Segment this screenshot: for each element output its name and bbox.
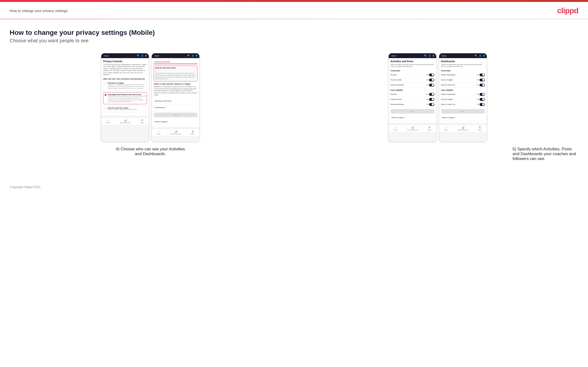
perf-icon-3: 📊 <box>411 126 414 129</box>
nav-home-1[interactable]: ⌂ Home <box>106 119 110 124</box>
arrow-icon-2: › <box>196 106 197 108</box>
home-icon-1: ⌂ <box>107 119 109 122</box>
main-content: How to change your privacy settings (Mob… <box>0 19 588 178</box>
save-button-3[interactable]: Save <box>390 109 434 114</box>
player-dashboard-followers-toggle[interactable] <box>480 93 485 96</box>
nav-menu-label-2: Menu <box>191 133 195 135</box>
who-can-see-label: Who Can See Your Activities and Dashboar… <box>103 78 147 80</box>
search-icon-2[interactable]: 🔍 <box>187 55 190 57</box>
person-icon-3[interactable]: 👤 <box>428 55 431 57</box>
nav-menu-4[interactable]: ☰ Menu <box>478 126 482 131</box>
nav-menu-3[interactable]: ☰ Menu <box>428 126 431 131</box>
what-to-work-coaches-label: What To Work On <box>441 84 455 86</box>
help-support-2[interactable]: Help & Support <box>154 119 198 125</box>
practice-followers-label: Practice Drills <box>390 98 402 100</box>
page-subheading: Choose what you want people to see <box>10 38 578 43</box>
nav-perf-1[interactable]: 📊 My Performance <box>120 119 130 124</box>
player-dashboard-coaches-toggle[interactable] <box>480 74 485 76</box>
nav-home-label-2: Home <box>157 133 161 135</box>
save-button-2[interactable]: Save <box>154 113 198 117</box>
manual-followers-toggle[interactable] <box>429 103 434 106</box>
nav-home-3[interactable]: ⌂ Home <box>393 126 397 131</box>
phone-4-back[interactable]: ‹ Back <box>441 55 447 57</box>
radio-everyone[interactable] <box>105 82 106 84</box>
privacy-tab[interactable]: Privacy Controls <box>154 60 171 64</box>
settings-icon-4[interactable]: ⚙ <box>483 55 485 57</box>
person-icon-2[interactable]: 👤 <box>191 55 194 57</box>
settings-icon[interactable]: ⚙ <box>145 55 147 57</box>
header-title: How to change your privacy settings <box>10 9 68 13</box>
radio-you-coach[interactable] <box>105 107 106 109</box>
nav-home-label-4: Home <box>444 129 448 131</box>
menu-icon-2: ☰ <box>192 130 194 133</box>
caption-5: 5) Specify which Activities, Posts and D… <box>512 147 576 161</box>
phone-2-bottom-nav: ⌂ Home 📊 My Performance ☰ Menu <box>152 129 199 136</box>
option-you-coach[interactable]: Only You and Your Coach Only you and the… <box>103 106 147 112</box>
person-icon[interactable]: 👤 <box>141 55 144 57</box>
nav-perf-2[interactable]: 📊 My Performance <box>171 130 181 135</box>
round-insights-coaches-label: Round Insights <box>441 79 453 81</box>
phone-2-back[interactable]: ‹ Back <box>154 55 159 57</box>
person-icon-4[interactable]: 👤 <box>479 55 482 57</box>
search-icon-3[interactable]: 🔍 <box>424 55 427 57</box>
save-button-4[interactable]: Save <box>441 109 485 114</box>
nav-home-4[interactable]: ⌂ Home <box>444 126 448 131</box>
phone-screen-2: ‹ Back 🔍 👤 ⚙ Privacy Controls <box>152 53 200 142</box>
menu-icon-1: ☰ <box>141 119 143 122</box>
phone-1-back[interactable]: ‹ Back <box>103 55 109 57</box>
phone-4-nav: ‹ Back 🔍 👤 ⚙ <box>439 53 487 58</box>
practice-coaches-toggle[interactable] <box>429 79 434 81</box>
footer: Copyright Clippd 2022 <box>0 178 588 196</box>
nav-perf-3[interactable]: 📊 My Performance <box>407 126 418 131</box>
round-insights-followers-label: Round Insights <box>441 98 453 100</box>
round-insights-followers-toggle[interactable] <box>480 98 485 101</box>
nav-menu-label-1: Menu <box>140 122 144 124</box>
help-support-label-4: Help & Support <box>442 117 455 119</box>
popup-desc: Only you and the coaches you connect wit… <box>155 73 196 80</box>
nav-menu-label-4: Menu <box>478 129 482 131</box>
rounds-followers-label: Rounds <box>390 93 397 95</box>
nav-menu-1[interactable]: ☰ Menu <box>140 119 144 124</box>
dashboards-desc: Select the dashboards that you'd like to… <box>441 64 485 68</box>
what-to-work-coaches-toggle[interactable] <box>480 83 485 86</box>
nav-home-2[interactable]: ⌂ Home <box>157 130 161 135</box>
option-approved-followers[interactable]: Only Approved Followers and Your Coach O… <box>103 92 147 104</box>
practice-followers-row: Practice Drills ON <box>390 97 434 102</box>
nav-menu-2[interactable]: ☰ Menu <box>191 130 195 135</box>
phone-2-icons: 🔍 👤 ⚙ <box>187 55 198 57</box>
rounds-coaches-label: Rounds <box>390 74 397 76</box>
settings-icon-2[interactable]: ⚙ <box>196 55 198 57</box>
round-insights-coaches-toggle[interactable] <box>480 79 485 81</box>
page-header: How to change your privacy settings clip… <box>0 2 588 19</box>
nav-perf-4[interactable]: 📊 My Performance <box>458 126 468 131</box>
manual-coaches-toggle[interactable] <box>429 83 434 86</box>
search-icon-4[interactable]: 🔍 <box>475 55 477 57</box>
option-everyone-title: Everyone on Clippd <box>108 82 146 84</box>
what-to-work-followers-toggle[interactable] <box>480 103 485 106</box>
option-everyone[interactable]: Everyone on Clippd Everyone on Clippd ca… <box>103 81 147 91</box>
dashboards-menu[interactable]: Dashboards › <box>154 104 198 111</box>
phone-4-icons: 🔍 👤 ⚙ <box>475 55 485 57</box>
popup-radio <box>155 70 157 72</box>
help-support-3[interactable]: Help & Support <box>390 115 434 121</box>
activities-posts-menu[interactable]: Activities and Posts › <box>154 98 198 104</box>
what-to-work-followers-label: What To Work On <box>441 103 455 105</box>
activities-posts-title: Activities and Posts <box>390 60 434 63</box>
help-support-4[interactable]: Help & Support <box>441 115 485 121</box>
copyright: Copyright Clippd 2022 <box>10 185 41 189</box>
home-icon-4: ⌂ <box>445 126 447 129</box>
search-icon[interactable]: 🔍 <box>137 55 139 57</box>
radio-approved[interactable] <box>105 94 106 96</box>
practice-followers-toggle[interactable] <box>429 98 434 101</box>
rounds-coaches-toggle[interactable] <box>429 74 434 76</box>
nav-perf-label-3: My Performance <box>407 129 418 131</box>
settings-icon-3[interactable]: ⚙ <box>432 55 434 57</box>
tab-bar-2: Privacy Controls <box>154 60 198 64</box>
phone-3-back[interactable]: ‹ Back <box>390 55 396 57</box>
rounds-followers-toggle[interactable] <box>429 93 434 96</box>
caption-5-line3: followers can see. <box>512 156 576 161</box>
phones-3-4: ‹ Back 🔍 👤 ⚙ Activities and Posts Select… <box>388 53 487 142</box>
phone-3-icons: 🔍 👤 ⚙ <box>424 55 434 57</box>
dashboards-title: Dashboards <box>441 60 485 63</box>
caption-5-line2: and Dashboards your coaches and <box>512 151 576 156</box>
